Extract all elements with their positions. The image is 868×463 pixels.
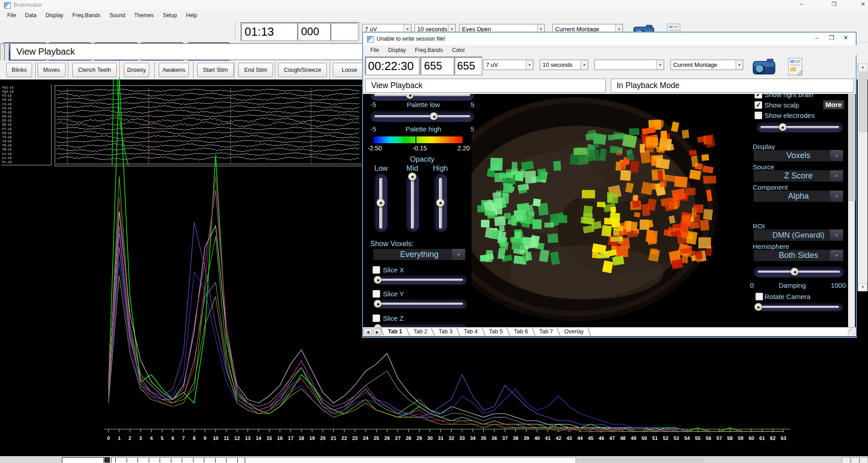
dialog-minimize-icon[interactable]: – xyxy=(811,34,823,43)
brain-3d-view[interactable] xyxy=(472,94,743,327)
dialog-sensitivity-select[interactable]: 7 uV ▼ xyxy=(483,60,533,70)
chevron-down-icon[interactable]: ▼ xyxy=(830,170,843,182)
dialog-scrollbar-thumb[interactable] xyxy=(849,94,855,201)
tab-tab-3[interactable]: Tab 3 xyxy=(433,327,458,336)
event-button-cough-sneeze[interactable]: Cough/Sneeze xyxy=(278,63,327,77)
dialog-condition-select[interactable]: ▼ xyxy=(594,60,664,70)
dialog-scrollbar[interactable] xyxy=(848,94,855,327)
tab-tab-6[interactable]: Tab 6 xyxy=(509,327,533,336)
show-electrodes-checkbox[interactable] xyxy=(755,112,762,119)
event-button-awakens[interactable]: Awakens xyxy=(159,63,189,77)
slice-z-checkbox[interactable] xyxy=(373,314,380,322)
dialog-menu-display[interactable]: Display xyxy=(384,46,409,54)
dialog-menu-file[interactable]: File xyxy=(367,46,382,54)
chevron-down-icon[interactable]: ▼ xyxy=(830,150,843,161)
minimize-icon[interactable]: – xyxy=(794,1,809,9)
event-button-moves[interactable]: Moves xyxy=(38,63,66,77)
show-scalp-label: Show scalp xyxy=(764,101,799,109)
menu-help[interactable]: Help xyxy=(183,11,201,19)
slice-x-checkbox[interactable] xyxy=(373,266,380,274)
menu-display[interactable]: Display xyxy=(42,11,67,19)
tab-scroll-left-icon[interactable]: ◀ xyxy=(363,328,372,335)
camera-icon[interactable] xyxy=(750,56,778,77)
hemisphere-label: Hemisphere xyxy=(753,243,789,250)
main-vertical-scrollbar[interactable]: ▲ ▼ xyxy=(858,63,868,291)
palette-low-slider[interactable] xyxy=(370,110,474,122)
show-right-brain-checkbox[interactable]: ✓ xyxy=(755,94,762,98)
menu-freq-bands[interactable]: Freq.Bands xyxy=(69,11,104,19)
chevron-down-icon[interactable]: ▼ xyxy=(656,60,664,70)
opacity-high-slider[interactable] xyxy=(434,173,447,232)
resize-grip[interactable] xyxy=(848,328,855,335)
dialog-menu-freq-bands[interactable]: Freq.Bands xyxy=(411,46,447,54)
dialog-montage-value: Current Montage xyxy=(671,61,736,68)
event-button-drowsy[interactable]: Drowsy xyxy=(124,63,149,77)
timeline-marker-box[interactable] xyxy=(104,457,110,463)
scrollbar-thumb[interactable] xyxy=(859,72,868,132)
chevron-down-icon[interactable]: ▼ xyxy=(736,60,743,70)
show-voxels-select[interactable]: Everything ▼ xyxy=(373,249,465,260)
tab-tab-1[interactable]: Tab 1 xyxy=(382,327,408,336)
menu-data[interactable]: Data xyxy=(21,11,40,19)
timeline-scrollbar[interactable] xyxy=(0,456,868,463)
rotate-camera-slider[interactable] xyxy=(755,302,843,311)
slice-y-slider[interactable] xyxy=(374,299,467,309)
opacity-mid-slider[interactable] xyxy=(406,173,419,232)
component-select[interactable]: Alpha ▼ xyxy=(754,191,843,202)
timeline-track[interactable] xyxy=(576,458,703,463)
rotate-camera-checkbox[interactable] xyxy=(755,293,763,300)
dialog-timebase-select[interactable]: 10 seconds ▼ xyxy=(540,60,588,70)
dialog-menu-color[interactable]: Color xyxy=(448,46,469,54)
scalp-opacity-slider[interactable] xyxy=(756,122,843,132)
slice-x-slider[interactable] xyxy=(374,275,467,285)
chevron-down-icon[interactable]: ▼ xyxy=(452,249,465,260)
timeline-range-box[interactable] xyxy=(62,457,104,463)
source-select[interactable]: Z Score ▼ xyxy=(754,170,843,182)
more-button[interactable]: More xyxy=(823,100,844,109)
palette-high-label: Palette high xyxy=(406,125,441,133)
menu-sound[interactable]: Sound xyxy=(106,11,129,19)
dialog-maximize-icon[interactable]: ❐ xyxy=(825,34,838,43)
tab-tab-4[interactable]: Tab 4 xyxy=(458,327,483,336)
dialog-montage-select[interactable]: Current Montage ▼ xyxy=(670,60,743,70)
chevron-down-icon[interactable]: ▼ xyxy=(580,60,588,70)
event-button-start-stim[interactable]: Start Stim xyxy=(197,63,234,77)
damping-slider[interactable] xyxy=(754,266,844,277)
chevron-down-icon[interactable]: ▼ xyxy=(526,60,533,70)
menu-setup[interactable]: Setup xyxy=(159,11,180,19)
slice-z-slider[interactable] xyxy=(374,323,467,327)
hemisphere-select[interactable]: Both Sides ▼ xyxy=(754,250,843,261)
close-icon[interactable]: ✕ xyxy=(855,1,868,9)
timeline-button-3[interactable] xyxy=(859,457,868,463)
tab-tab-5[interactable]: Tab 5 xyxy=(484,327,509,336)
event-button-blinks[interactable]: Blinks xyxy=(6,63,32,77)
chevron-down-icon[interactable]: ▼ xyxy=(830,191,843,202)
event-button-end-stim[interactable]: End Stim xyxy=(238,63,273,77)
menu-themes[interactable]: Themes xyxy=(131,11,157,19)
show-scalp-checkbox[interactable]: ✓ xyxy=(755,101,762,109)
timeline-tick xyxy=(171,458,171,463)
palette-top-slider[interactable] xyxy=(370,94,474,101)
tab-tab-7[interactable]: Tab 7 xyxy=(534,327,559,336)
scroll-up-icon[interactable]: ▲ xyxy=(858,63,868,71)
chevron-down-icon[interactable]: ▼ xyxy=(830,250,843,261)
dialog-close-icon[interactable]: ✕ xyxy=(840,34,852,43)
report-icon[interactable] xyxy=(782,56,809,77)
restore-icon[interactable]: ❐ xyxy=(826,1,842,9)
chevron-down-icon[interactable]: ▼ xyxy=(830,229,843,241)
event-button-clench-teeth[interactable]: Clench Teeth xyxy=(72,63,117,77)
timeline-button-2[interactable] xyxy=(851,457,859,463)
roi-select[interactable]: DMN (Genardi) ▼ xyxy=(754,229,843,241)
tab-overlay[interactable]: Overlay xyxy=(559,327,589,336)
slice-y-checkbox[interactable] xyxy=(373,290,380,298)
timeline-thumb[interactable] xyxy=(245,457,576,463)
opacity-low-slider[interactable] xyxy=(374,173,387,232)
scroll-down-icon[interactable]: ▼ xyxy=(858,283,868,291)
event-button-loose[interactable]: Loose xyxy=(333,63,366,77)
tab-tab-2[interactable]: Tab 2 xyxy=(408,327,433,336)
timeline-button-1[interactable] xyxy=(842,457,850,463)
menu-file[interactable]: File xyxy=(4,11,19,19)
tab-scroll-right-icon[interactable]: ▶ xyxy=(373,328,382,335)
gradient-min: -2.50 xyxy=(368,145,382,152)
display-select[interactable]: Voxels ▼ xyxy=(754,150,843,161)
